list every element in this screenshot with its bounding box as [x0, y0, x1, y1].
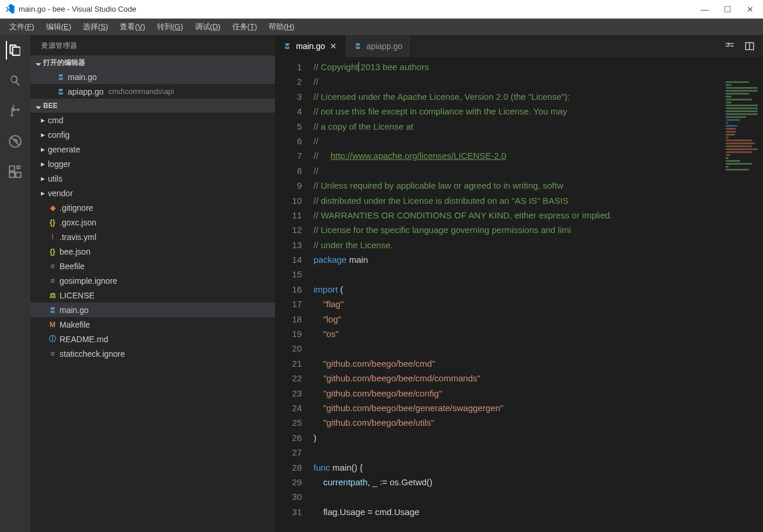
file-name: Makefile — [60, 320, 90, 329]
open-editor-item[interactable]: apiapp.gocmd\commands\api — [30, 84, 275, 99]
chevron-right-icon: ▶ — [39, 132, 47, 138]
folder-item[interactable]: ▶utils — [30, 171, 275, 186]
file-txt-icon: ≡ — [47, 277, 58, 285]
code-line[interactable]: func main() { — [313, 460, 763, 475]
code-line[interactable]: // Unless required by applicable law or … — [313, 178, 763, 193]
chevron-right-icon: ▶ — [39, 190, 47, 196]
chevron-right-icon: ▶ — [39, 117, 47, 123]
file-item[interactable]: ⓘREADME.md — [30, 332, 275, 346]
code-line[interactable] — [313, 341, 763, 356]
menu-v[interactable]: 查看(V) — [114, 20, 151, 34]
code-line[interactable]: flag.Usage = cmd.Usage — [313, 505, 763, 519]
file-item[interactable]: {}.goxc.json — [30, 215, 275, 230]
open-editors-section-header[interactable]: 打开的编辑器 — [30, 55, 275, 69]
code-area[interactable]: // Copyright 2013 bee authors//// Licens… — [313, 57, 763, 532]
activity-scm-icon[interactable] — [6, 102, 25, 120]
code-line[interactable]: // — [313, 164, 763, 178]
activity-extensions-icon[interactable] — [6, 162, 25, 181]
file-name: staticcheck.ignore — [60, 349, 125, 359]
editor-group: main.go✕apiapp.go 1234567891011121314151… — [275, 35, 763, 532]
code-line[interactable]: "log" — [313, 312, 763, 326]
code-line[interactable]: // Licensed under the Apache License, Ve… — [313, 89, 763, 104]
file-json-icon: {} — [47, 218, 58, 227]
file-item[interactable]: {}bee.json — [30, 244, 275, 259]
editor-tab[interactable]: apiapp.go — [346, 35, 412, 57]
file-item[interactable]: ≡staticcheck.ignore — [30, 346, 275, 361]
menu-g[interactable]: 转到(G) — [151, 20, 189, 34]
file-item[interactable]: MMakefile — [30, 317, 275, 332]
file-name: main.go — [68, 72, 97, 82]
code-line[interactable]: "github.com/beego/bee/utils" — [313, 415, 763, 430]
window-maximize-icon[interactable]: ☐ — [724, 5, 731, 14]
project-section-header[interactable]: BEE — [30, 99, 275, 113]
code-line[interactable]: "github.com/beego/bee/config" — [313, 386, 763, 401]
menu-f[interactable]: 文件(F) — [4, 20, 40, 34]
code-line[interactable]: "github.com/beego/bee/cmd/commands" — [313, 371, 763, 385]
menu-t[interactable]: 任务(T) — [227, 20, 263, 34]
editor-tabs: main.go✕apiapp.go — [275, 35, 763, 57]
close-icon[interactable]: ✕ — [330, 41, 337, 51]
open-editor-item[interactable]: main.go — [30, 69, 275, 84]
file-go-icon — [283, 42, 291, 50]
code-line[interactable] — [313, 267, 763, 281]
code-editor[interactable]: 1234567891011121314151617181920212223242… — [275, 57, 763, 532]
code-line[interactable]: // distributed under the License is dist… — [313, 193, 763, 208]
code-line[interactable]: // — [313, 134, 763, 148]
code-line[interactable]: ) — [313, 430, 763, 445]
file-info-icon: ⓘ — [47, 334, 58, 344]
window-minimize-icon[interactable]: — — [701, 5, 709, 14]
code-line[interactable]: currentpath, _ := os.Getwd() — [313, 475, 763, 489]
activity-explorer-icon[interactable] — [6, 41, 25, 60]
folder-item[interactable]: ▶generate — [30, 142, 275, 157]
code-line[interactable]: "os" — [313, 326, 763, 341]
chevron-right-icon: ▶ — [39, 147, 47, 152]
code-line[interactable]: // — [313, 74, 763, 89]
menu-h[interactable]: 帮助(H) — [263, 20, 300, 34]
folder-item[interactable]: ▶config — [30, 127, 275, 142]
code-line[interactable]: // not use this file except in complianc… — [313, 104, 763, 119]
file-name: LICENSE — [60, 291, 95, 300]
code-line[interactable]: // http://www.apache.org/licenses/LICENS… — [313, 148, 763, 163]
activity-bar — [0, 35, 30, 532]
folder-item[interactable]: ▶cmd — [30, 113, 275, 127]
code-line[interactable]: "github.com/beego/bee/generate/swaggerge… — [313, 401, 763, 415]
window-close-icon[interactable]: ✕ — [747, 5, 754, 14]
folder-item[interactable]: ▶logger — [30, 157, 275, 171]
file-make-icon: M — [47, 321, 58, 329]
code-line[interactable]: import ( — [313, 282, 763, 297]
file-txt-icon: ≡ — [47, 262, 58, 270]
code-line[interactable]: // License for the specific language gov… — [313, 222, 763, 237]
code-line[interactable]: package main — [313, 252, 763, 267]
activity-debug-icon[interactable] — [6, 132, 25, 151]
folder-name: utils — [48, 174, 62, 183]
file-name: bee.json — [60, 247, 90, 256]
project-name: BEE — [43, 102, 58, 110]
file-name: Beefile — [60, 262, 85, 271]
file-name: apiapp.go — [68, 87, 104, 96]
code-line[interactable]: // under the License. — [313, 238, 763, 252]
file-name: .goxc.json — [60, 218, 96, 227]
file-item[interactable]: main.go — [30, 302, 275, 317]
file-item[interactable]: ≡Beefile — [30, 259, 275, 273]
diff-icon[interactable] — [724, 41, 735, 51]
editor-tab[interactable]: main.go✕ — [275, 35, 346, 57]
split-editor-icon[interactable] — [744, 41, 755, 51]
menu-e[interactable]: 编辑(E) — [40, 20, 77, 34]
file-item[interactable]: !.travis.yml — [30, 230, 275, 244]
minimap[interactable] — [723, 81, 761, 314]
menu-d[interactable]: 调试(D) — [189, 20, 227, 34]
menu-s[interactable]: 选择(S) — [77, 20, 114, 34]
file-item[interactable]: ≡gosimple.ignore — [30, 273, 275, 288]
activity-search-icon[interactable] — [6, 71, 25, 90]
code-line[interactable] — [313, 489, 763, 504]
code-line[interactable]: "flag" — [313, 297, 763, 311]
code-line[interactable]: // a copy of the License at — [313, 119, 763, 134]
code-line[interactable]: // Copyright 2013 bee authors — [313, 60, 763, 74]
code-line[interactable]: // WARRANTIES OR CONDITIONS OF ANY KIND,… — [313, 208, 763, 222]
code-line[interactable] — [313, 445, 763, 460]
window-title: main.go - bee - Visual Studio Code — [19, 5, 136, 13]
file-item[interactable]: ⚖LICENSE — [30, 288, 275, 302]
code-line[interactable]: "github.com/beego/bee/cmd" — [313, 356, 763, 371]
folder-item[interactable]: ▶vendor — [30, 186, 275, 200]
file-item[interactable]: ◆.gitignore — [30, 200, 275, 215]
